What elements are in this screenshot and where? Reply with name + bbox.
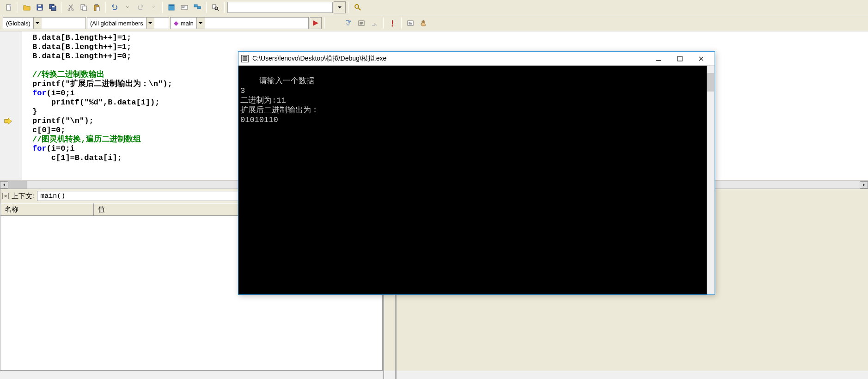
console-vscrollbar[interactable] (707, 66, 715, 294)
open-folder-icon[interactable] (21, 1, 33, 13)
scope-combo[interactable]: (Globals) (3, 17, 86, 29)
scroll-thumb[interactable] (707, 73, 714, 92)
toolbar-main (0, 0, 868, 15)
function-combo-text: main (171, 19, 196, 28)
console-titlebar[interactable]: C:\Users\lenovo\Desktop\模拟\Debug\模拟.exe (238, 52, 715, 66)
breakpoint-icon[interactable] (386, 17, 398, 29)
output-icon[interactable] (178, 1, 190, 13)
svg-rect-30 (678, 56, 682, 61)
svg-rect-19 (197, 6, 201, 9)
separator (105, 2, 106, 13)
step-out-icon[interactable] (368, 17, 380, 29)
separator (348, 2, 349, 13)
svg-rect-17 (181, 6, 188, 9)
maximize-icon[interactable] (669, 52, 691, 65)
svg-rect-16 (169, 5, 174, 6)
find-icon[interactable] (352, 1, 364, 13)
separator (401, 18, 402, 29)
go-icon[interactable] (310, 17, 322, 29)
cut-icon[interactable] (65, 1, 77, 13)
search-input[interactable] (227, 2, 333, 13)
console-title-text: C:\Users\lenovo\Desktop\模拟\Debug\模拟.exe (252, 55, 648, 63)
undo-icon[interactable] (109, 1, 121, 13)
redo-dropdown-icon[interactable] (147, 1, 159, 13)
chevron-down-icon (146, 18, 154, 29)
svg-rect-11 (83, 6, 86, 11)
separator (61, 2, 62, 13)
scope-combo-text: (Globals) (3, 19, 33, 28)
scroll-thumb[interactable] (8, 181, 27, 189)
workspace-icon[interactable] (165, 1, 177, 13)
undo-dropdown-icon[interactable] (122, 1, 134, 13)
svg-rect-4 (38, 8, 42, 10)
svg-point-25 (392, 25, 393, 27)
members-combo[interactable]: (All global members (87, 17, 169, 29)
svg-rect-24 (392, 20, 393, 24)
console-text: 请输入一个数据 3 二进制为:11 扩展后二进制输出为： 01010110 (240, 77, 319, 124)
separator (162, 2, 163, 13)
column-name[interactable]: 名称 (0, 203, 94, 215)
code-line: B.data[B.length++]=1; (32, 33, 868, 43)
svg-rect-14 (96, 7, 99, 11)
close-icon[interactable]: × (2, 193, 9, 199)
console-window: C:\Users\lenovo\Desktop\模拟\Debug\模拟.exe … (238, 51, 715, 295)
registers-icon[interactable] (404, 17, 416, 29)
new-file-icon[interactable] (3, 1, 15, 13)
svg-rect-29 (656, 60, 661, 61)
paste-icon[interactable] (91, 1, 103, 13)
svg-rect-13 (95, 4, 98, 6)
console-app-icon (241, 55, 249, 62)
scroll-left-icon[interactable] (0, 181, 8, 189)
window-list-icon[interactable] (191, 1, 203, 13)
search-dropdown-icon[interactable] (334, 1, 346, 13)
separator (224, 2, 225, 13)
gutter (0, 31, 22, 180)
step-into-icon[interactable] (342, 17, 355, 29)
chevron-down-icon (196, 18, 205, 29)
save-all-icon[interactable] (47, 1, 59, 13)
chevron-down-icon (33, 18, 42, 29)
toolbar-context: (Globals) (All global members main (0, 15, 868, 31)
separator (383, 18, 384, 29)
find-in-files-icon[interactable] (209, 1, 221, 13)
separator (206, 2, 207, 13)
svg-rect-18 (194, 5, 197, 7)
copy-icon[interactable] (78, 1, 90, 13)
svg-rect-1 (9, 5, 11, 6)
function-combo-label: main (181, 20, 194, 27)
console-output[interactable]: 请输入一个数据 3 二进制为:11 扩展后二进制输出为： 01010110 (238, 66, 715, 294)
separator (18, 2, 18, 13)
members-combo-text: (All global members (87, 19, 146, 28)
svg-rect-3 (38, 5, 41, 6)
minimize-icon[interactable] (648, 52, 669, 65)
code-line: B.data[B.length++]=1; (32, 43, 868, 52)
scroll-right-icon[interactable] (860, 181, 868, 189)
save-icon[interactable] (34, 1, 46, 13)
svg-rect-20 (213, 5, 216, 9)
function-combo[interactable]: main (170, 17, 309, 29)
redo-icon[interactable] (134, 1, 147, 13)
step-over-icon[interactable] (355, 17, 367, 29)
context-label: 上下文: (12, 192, 34, 201)
svg-point-22 (355, 5, 359, 8)
svg-rect-7 (52, 6, 55, 7)
separator (324, 18, 325, 29)
hand-icon[interactable] (417, 17, 429, 29)
current-line-arrow-icon (4, 118, 12, 126)
close-icon[interactable] (691, 52, 712, 65)
svg-rect-28 (243, 57, 247, 61)
